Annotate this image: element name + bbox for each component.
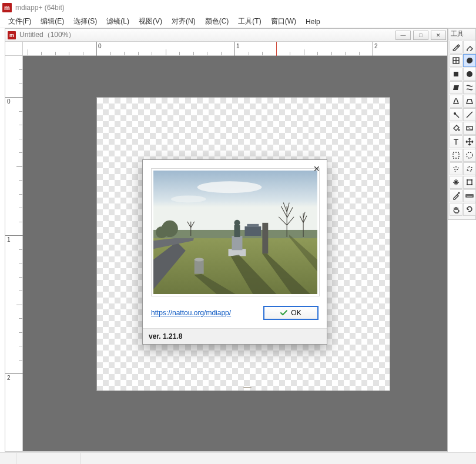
ruler-horizontal[interactable]: 012	[23, 42, 447, 56]
tool-panel[interactable]: 工具	[448, 28, 476, 220]
document-title: Untitled（100%）	[19, 30, 75, 40]
perspective-tool-button[interactable]	[450, 95, 462, 108]
svg-rect-27	[467, 126, 472, 130]
trapezoid-tool-icon	[465, 97, 474, 105]
transform-tool-button[interactable]	[463, 176, 476, 189]
text-tool-button[interactable]	[450, 135, 462, 148]
about-image-frame	[151, 168, 320, 296]
rotate-view-button[interactable]	[463, 203, 476, 216]
perspective-tool-icon	[452, 97, 460, 105]
svg-rect-28	[453, 152, 459, 158]
ruler-cursor-marker	[276, 42, 277, 56]
ruler-v-label: 0	[7, 98, 11, 105]
ruler-tool-button[interactable]	[463, 189, 476, 202]
about-ok-button[interactable]: OK	[263, 306, 319, 320]
app-icon: m	[2, 3, 12, 12]
canvas-viewport[interactable]: ✕	[23, 56, 447, 451]
pin-tool-button[interactable]	[450, 108, 462, 121]
menu-edit[interactable]: 编辑(E)	[36, 15, 69, 28]
warp-tool-button[interactable]	[463, 81, 476, 94]
gradient-tool-button[interactable]	[463, 122, 476, 135]
about-close-button[interactable]: ✕	[311, 163, 322, 174]
doc-maximize-button[interactable]: □	[413, 31, 428, 40]
svg-rect-33	[467, 184, 468, 185]
svg-rect-9	[244, 226, 261, 236]
close-icon: ✕	[313, 164, 320, 173]
svg-rect-32	[471, 179, 472, 181]
text-tool-icon	[452, 138, 460, 146]
svg-rect-23	[454, 72, 458, 76]
rect-select-icon	[452, 151, 460, 159]
svg-rect-31	[467, 179, 468, 181]
ellipse-select-button[interactable]	[463, 149, 476, 162]
ellipse-fill-button[interactable]	[463, 68, 476, 81]
ruler-v-label: 2	[7, 375, 11, 381]
ruler-vertical[interactable]: 012	[5, 56, 23, 451]
line-tool-button[interactable]	[463, 108, 476, 121]
sparkle-tool-button[interactable]	[450, 176, 462, 189]
move-tool-button[interactable]	[463, 135, 476, 148]
doc-minimize-button[interactable]: —	[395, 31, 411, 40]
warp-tool-icon	[465, 84, 474, 92]
ellipse-select-icon	[465, 151, 474, 159]
svg-rect-11	[262, 223, 268, 254]
about-ok-label: OK	[291, 309, 301, 317]
doc-close-button[interactable]: ✕	[431, 31, 446, 40]
about-version-label: ver. 1.21.8	[143, 328, 327, 344]
menu-color[interactable]: 颜色(C)	[200, 15, 234, 28]
blob-tool-button[interactable]	[463, 54, 476, 67]
eraser-button[interactable]	[463, 41, 476, 54]
hand-tool-button[interactable]	[450, 203, 462, 216]
eyedropper-icon	[452, 192, 460, 200]
svg-point-2	[171, 195, 206, 202]
ellipse-fill-icon	[465, 70, 474, 78]
hand-tool-icon	[452, 205, 460, 213]
check-icon	[280, 309, 287, 316]
svg-point-24	[467, 71, 472, 77]
about-link[interactable]: https://nattou.org/mdiapp/	[151, 309, 231, 317]
pin-tool-icon	[452, 111, 460, 119]
pen-tool-icon	[452, 43, 460, 51]
menu-bar: 文件(F) 编辑(E) 选择(S) 滤镜(L) 视图(V) 对齐(N) 颜色(C…	[0, 15, 476, 28]
blob-tool-icon	[465, 56, 474, 65]
svg-rect-30	[467, 180, 472, 185]
svg-rect-34	[471, 184, 472, 185]
skew-tool-button[interactable]	[450, 81, 462, 94]
line-tool-icon	[465, 111, 474, 119]
svg-point-35	[458, 192, 460, 194]
menu-file[interactable]: 文件(F)	[4, 15, 36, 28]
svg-rect-10	[247, 224, 259, 227]
eyedropper-button[interactable]	[450, 189, 462, 202]
tool-panel-title: 工具	[448, 29, 475, 39]
svg-point-1	[197, 181, 262, 193]
pen-tool-button[interactable]	[450, 41, 462, 54]
svg-rect-14	[234, 225, 240, 237]
svg-point-29	[467, 152, 472, 158]
app-title: mdiapp+ (64bit)	[15, 4, 65, 12]
grid-tool-icon	[452, 56, 460, 65]
menu-help[interactable]: Help	[301, 16, 325, 27]
menu-filter[interactable]: 滤镜(L)	[102, 15, 134, 28]
mdi-client-area: m Untitled（100%） — □ ✕ 012 012 ✕	[0, 28, 476, 464]
lasso-tool-icon	[452, 165, 460, 173]
svg-rect-13	[232, 236, 243, 250]
status-bar	[0, 452, 476, 464]
menu-select[interactable]: 选择(S)	[69, 15, 102, 28]
svg-point-8	[156, 226, 167, 238]
quad-fill-button[interactable]	[450, 68, 462, 81]
menu-tools[interactable]: 工具(T)	[233, 15, 266, 28]
menu-window[interactable]: 窗口(W)	[266, 15, 301, 28]
bucket-tool-button[interactable]	[450, 122, 462, 135]
document-window: m Untitled（100%） — □ ✕ 012 012 ✕	[5, 28, 448, 452]
canvas-handle-icon	[243, 387, 252, 388]
grid-tool-button[interactable]	[450, 54, 462, 67]
document-titlebar[interactable]: m Untitled（100%） — □ ✕	[5, 29, 447, 42]
ruler-v-label: 1	[7, 236, 11, 243]
menu-view[interactable]: 视图(V)	[134, 15, 167, 28]
menu-align[interactable]: 对齐(N)	[167, 15, 200, 28]
lasso-tool-button[interactable]	[450, 162, 462, 175]
rect-select-button[interactable]	[450, 149, 462, 162]
polygon-select-button[interactable]	[463, 162, 476, 175]
trapezoid-tool-button[interactable]	[463, 95, 476, 108]
svg-point-26	[458, 129, 460, 131]
